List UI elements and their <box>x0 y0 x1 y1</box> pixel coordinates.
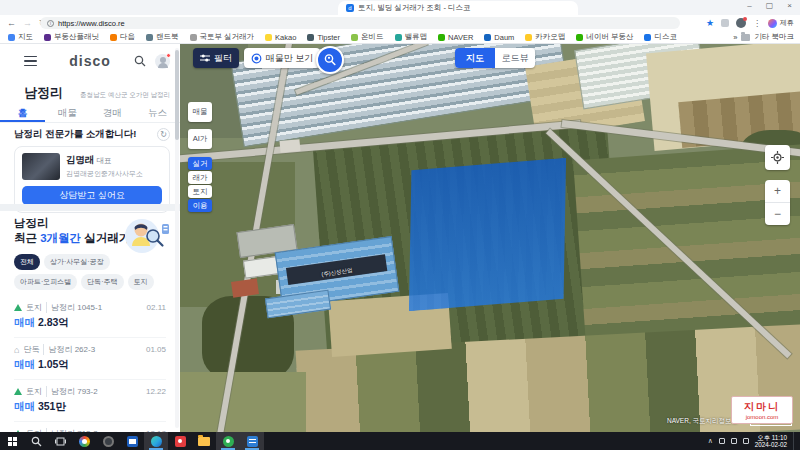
listing-row[interactable]: 토지 남정리 713-2 12.18 매매 3,211만 <box>14 422 166 432</box>
back-icon[interactable]: ← <box>7 18 16 28</box>
show-desktop-button[interactable] <box>793 432 796 450</box>
section-divider <box>0 204 180 211</box>
sidebar-tab[interactable]: 매물 <box>45 102 90 122</box>
bookmark-item[interactable]: Tipster <box>307 33 340 42</box>
bookmarks-bar: 지도 부동산플래닛 다음 랜드북 국토부 실거래가 <box>0 31 800 44</box>
extensions-icon[interactable] <box>721 19 729 27</box>
agency-name: 김명래공인중개사사무소 <box>66 169 143 179</box>
satellite-map[interactable]: (주)신성산업 필터 매물만 보기 지도 로드뷰 매물 AI가 실거 래가 토지… <box>180 44 800 432</box>
map-layer-button[interactable]: 래가 <box>188 171 212 184</box>
filter-chip[interactable]: 전체 <box>14 254 40 270</box>
roadview-button[interactable]: 로드뷰 <box>495 48 535 68</box>
bookmark-star-icon[interactable]: ★ <box>706 18 714 28</box>
app-icon <box>223 436 234 447</box>
taskbar-clock[interactable]: 오후 11:10 2024-02-02 <box>755 434 787 449</box>
map-layer-button[interactable]: AI가 <box>188 129 212 149</box>
zoom-in-button[interactable]: + <box>765 180 790 203</box>
sidebar-tab[interactable]: 뉴스 <box>135 102 180 122</box>
listing-date: 12.22 <box>146 387 166 396</box>
bookmark-item[interactable]: 네이버 부동산 <box>576 32 633 42</box>
refresh-expert-icon[interactable]: ↻ <box>157 128 170 141</box>
search-icon[interactable] <box>134 55 146 67</box>
sidebar-tab[interactable]: 경매 <box>90 102 135 122</box>
tray-icon[interactable] <box>719 438 725 444</box>
taskbar-app-dark[interactable] <box>96 432 120 450</box>
minimize-button[interactable]: – <box>747 1 751 10</box>
listing-address: 남정리 262-3 <box>43 344 95 355</box>
bookmark-item[interactable]: Kakao <box>265 33 296 42</box>
partner-extension-button[interactable]: 제휴 <box>768 18 794 28</box>
other-bookmarks-button[interactable]: » 기타 북마크 <box>727 32 794 42</box>
maximize-button[interactable]: ▢ <box>766 1 774 10</box>
deal-type: 매매 <box>14 316 35 328</box>
edge-icon <box>151 436 162 447</box>
map-search-circle-button[interactable] <box>316 46 344 74</box>
bookmark-item[interactable]: 랜드북 <box>146 32 179 42</box>
bookmark-item[interactable]: 밸류맵 <box>395 32 428 42</box>
bookmark-label: 국토부 실거래가 <box>200 32 255 42</box>
windows-logo-icon <box>8 437 17 446</box>
bookmark-item[interactable]: 카카오맵 <box>525 32 565 42</box>
bookmark-item[interactable]: 디스코 <box>644 32 677 42</box>
filter-chip[interactable]: 단독·주택 <box>81 274 123 290</box>
tray-expand-icon[interactable]: ∧ <box>708 437 713 445</box>
map-layer-controls: 매물 AI가 실거 래가 토지 이용 <box>188 102 212 212</box>
selected-parcel-highlight[interactable] <box>401 158 573 311</box>
taskbar-app-edge[interactable] <box>144 432 168 450</box>
listing-row[interactable]: ⌂ 단독 남정리 262-3 01.05 매매 1.05억 <box>14 338 166 380</box>
browser-menu-icon[interactable]: ⋮ <box>753 19 761 28</box>
bookmark-favicon-icon <box>484 34 491 41</box>
listing-type: 토지 <box>26 302 42 313</box>
url-field[interactable]: i https://www.disco.re <box>40 17 680 29</box>
filter-chip[interactable]: 아파트·오피스텔 <box>14 274 77 290</box>
start-button[interactable] <box>0 432 24 450</box>
crosshair-icon <box>771 151 784 164</box>
map-layer-button[interactable]: 토지 <box>188 185 212 198</box>
bookmark-favicon-icon <box>351 34 358 41</box>
listing-row[interactable]: 토지 남정리 793-2 12.22 매매 351만 <box>14 380 166 422</box>
expert-card[interactable]: 김명래대표 김명래공인중개사사무소 상담받고 싶어요 <box>14 146 170 213</box>
consult-button[interactable]: 상담받고 싶어요 <box>22 186 162 205</box>
taskbar-app-blue[interactable] <box>240 432 264 450</box>
map-layer-button[interactable]: 실거 <box>188 157 212 170</box>
map-layer-button[interactable]: 매물 <box>188 102 212 122</box>
forward-icon[interactable]: → <box>23 18 32 28</box>
bookmark-item[interactable]: 부동산플래닛 <box>44 32 99 42</box>
sidebar-tab[interactable]: 홈 <box>0 102 45 122</box>
bookmark-item[interactable]: 다음 <box>110 32 135 42</box>
tray-icon[interactable] <box>743 438 749 444</box>
filter-chip[interactable]: 상가·사무실·공장 <box>44 254 110 270</box>
task-view-button[interactable] <box>48 432 72 450</box>
tray-icon[interactable] <box>731 438 737 444</box>
site-info-icon[interactable]: i <box>47 20 54 27</box>
browser-profile-avatar[interactable] <box>736 18 746 28</box>
filter-chip[interactable]: 토지 <box>128 274 154 290</box>
taskbar-search-button[interactable] <box>24 432 48 450</box>
filter-button[interactable]: 필터 <box>193 48 239 68</box>
close-button[interactable]: × <box>787 1 792 10</box>
bookmark-favicon-icon <box>438 34 445 41</box>
zoom-out-button[interactable]: − <box>765 203 790 225</box>
region-breadcrumb[interactable]: 충청남도 예산군 오가면 남정리 <box>80 91 170 100</box>
current-location-button[interactable] <box>765 145 790 170</box>
taskbar-file-explorer[interactable] <box>192 432 216 450</box>
bookmark-item[interactable]: 국토부 실거래가 <box>190 32 255 42</box>
bookmark-item[interactable]: Daum <box>484 33 514 42</box>
bookmark-item[interactable]: NAVER <box>438 33 473 42</box>
taskbar-app-chrome[interactable] <box>72 432 96 450</box>
map-view-button[interactable]: 지도 <box>455 48 495 68</box>
bookmark-item[interactable]: 온비드 <box>351 32 384 42</box>
taskbar-app-mail[interactable] <box>120 432 144 450</box>
taskbar-app-antivirus[interactable] <box>168 432 192 450</box>
browser-tab[interactable]: d 토지, 빌딩 실거래가 조회 - 디스코 <box>338 1 578 15</box>
folder-icon <box>198 437 210 446</box>
bookmark-item[interactable]: 지도 <box>8 32 33 42</box>
bookmark-favicon-icon <box>265 34 272 41</box>
listings-only-toggle[interactable]: 매물만 보기 <box>244 48 320 68</box>
sidebar-scrollbar[interactable] <box>175 48 179 428</box>
map-layer-button[interactable]: 이용 <box>188 199 212 212</box>
bookmark-favicon-icon <box>576 34 583 41</box>
listing-row[interactable]: 토지 남정리 1045-1 02.11 매매 2.83억 <box>14 296 166 338</box>
profile-avatar[interactable] <box>155 54 170 69</box>
taskbar-app-green[interactable] <box>216 432 240 450</box>
